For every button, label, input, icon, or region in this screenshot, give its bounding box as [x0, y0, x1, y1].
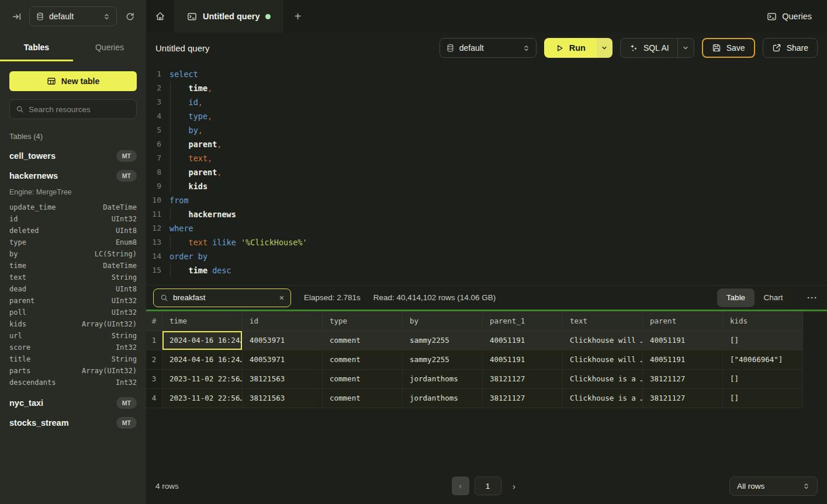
more-options-icon[interactable]: ···	[805, 293, 820, 303]
table-row: 42023-11-02 22:56…38121563commentjordant…	[146, 389, 827, 408]
results-search-input[interactable]	[173, 293, 275, 302]
column-header-kids[interactable]: kids	[723, 311, 803, 331]
tab-untitled-query[interactable]: Untitled query	[174, 0, 283, 33]
table-cell[interactable]: comment	[323, 350, 403, 370]
table-cell[interactable]: comment	[323, 331, 403, 350]
column-header-by[interactable]: by	[403, 311, 483, 331]
table-cell[interactable]: comment	[323, 389, 403, 408]
table-cell[interactable]: Clickhouse will …	[563, 350, 643, 370]
database-icon	[36, 12, 44, 21]
sidebar-table-cell-towers[interactable]: cell_towers MT	[9, 150, 137, 162]
line-number: 12	[146, 221, 169, 235]
engine-badge: MT	[116, 417, 137, 429]
new-table-button[interactable]: New table	[9, 71, 137, 91]
column-header-time[interactable]: time	[162, 311, 243, 331]
prev-page-button[interactable]: ‹	[452, 477, 469, 495]
table-cell[interactable]: 38121563	[243, 389, 323, 408]
new-tab-button[interactable]: +	[283, 0, 312, 33]
table-cell[interactable]: 40051191	[643, 350, 723, 370]
sidebar-table-stocks-stream[interactable]: stocks_stream MT	[9, 416, 137, 429]
share-button[interactable]: Share	[763, 38, 818, 58]
table-cell[interactable]: []	[723, 331, 803, 350]
table-cell[interactable]: comment	[323, 370, 403, 389]
results-toolbar: × Elapsed: 2.781s Read: 40,414,102 rows …	[146, 285, 827, 310]
column-type: UInt8	[116, 283, 137, 295]
table-cell[interactable]: Clickhouse is a …	[563, 370, 643, 389]
table-cell[interactable]: 2023-11-02 22:56…	[162, 370, 243, 389]
sidebar-table-nyc-taxi[interactable]: nyc_taxi MT	[9, 397, 137, 409]
column-header-type[interactable]: type	[323, 311, 403, 331]
chevron-down-icon	[601, 44, 608, 51]
table-cell[interactable]: 2024-04-16 16:24…	[162, 350, 243, 370]
table-cell[interactable]: jordanthoms	[403, 389, 483, 408]
table-cell[interactable]: 40051191	[643, 331, 723, 350]
table-cell[interactable]: 38121127	[483, 370, 563, 389]
code-lines: 1select2 time,3 id,4 type,5 by,6 parent,…	[146, 67, 827, 277]
line-number: 7	[146, 151, 169, 165]
sidebar-table-hackernews[interactable]: hackernews MT	[9, 169, 137, 182]
current-page[interactable]: 1	[475, 477, 501, 495]
table-cell[interactable]: []	[723, 389, 803, 408]
table-cell[interactable]: jordanthoms	[403, 370, 483, 389]
run-options-button[interactable]	[597, 38, 613, 58]
chevron-left-icon: ‹	[459, 481, 462, 491]
table-cell[interactable]: []	[723, 370, 803, 389]
sidebar-search	[9, 99, 137, 119]
column-header-id[interactable]: id	[243, 311, 323, 331]
code-text: time,	[169, 81, 212, 95]
table-cell[interactable]: 38121127	[643, 389, 723, 408]
next-page-button[interactable]: ›	[507, 477, 522, 495]
column-header-text[interactable]: text	[563, 311, 643, 331]
table-name: cell_towers	[9, 151, 56, 161]
table-cell[interactable]: Clickhouse is a …	[563, 389, 643, 408]
table-cell[interactable]: 2023-11-02 22:56…	[162, 389, 243, 408]
elapsed-stat: Elapsed: 2.781s	[304, 293, 361, 302]
column-header-parent[interactable]: parent	[643, 311, 723, 331]
database-selector[interactable]: default	[29, 6, 117, 26]
table-cell[interactable]: 40053971	[243, 331, 323, 350]
table-row: 12024-04-16 16:24…40053971commentsammy22…	[146, 331, 827, 350]
sidebar-body: Tables (4) cell_towers MT hackernews MT …	[0, 119, 146, 436]
table-cell[interactable]: 40051191	[483, 350, 563, 370]
column-header-parent_1[interactable]: parent_1	[483, 311, 563, 331]
table-cell[interactable]: 38121127	[483, 389, 563, 408]
table-cell[interactable]: 40053971	[243, 350, 323, 370]
sql-editor[interactable]: 1select2 time,3 id,4 type,5 by,6 parent,…	[146, 63, 827, 285]
save-button[interactable]: Save	[702, 38, 755, 58]
collapse-sidebar-button[interactable]	[8, 8, 25, 25]
page-size-selector[interactable]: All rows	[729, 477, 818, 496]
column-row: parentUInt32	[9, 295, 137, 307]
sidebar-tab-queries[interactable]: Queries	[73, 33, 146, 61]
code-text: where	[169, 221, 193, 235]
table-cell[interactable]: 38121127	[643, 370, 723, 389]
line-number: 3	[146, 95, 169, 109]
run-button[interactable]: Run	[544, 38, 597, 58]
code-line: 14order by	[146, 249, 827, 263]
clear-search-icon[interactable]: ×	[279, 294, 284, 302]
table-cell[interactable]: Clickhouse will …	[563, 331, 643, 350]
table-cell[interactable]: ["40066964"]	[723, 350, 803, 370]
engine-badge: MT	[116, 397, 137, 409]
queries-link[interactable]: Queries	[767, 0, 812, 33]
column-type: Enum8	[116, 237, 137, 248]
results-footer: 4 rows ‹ 1 › All rows	[146, 468, 827, 504]
table-cell[interactable]: sammy2255	[403, 350, 483, 370]
refresh-button[interactable]	[122, 8, 138, 25]
code-text: id,	[169, 95, 203, 109]
table-cell[interactable]: 40051191	[483, 331, 563, 350]
query-database-selector[interactable]: default	[440, 38, 537, 58]
column-name: parent	[9, 295, 34, 307]
home-button[interactable]	[146, 0, 174, 33]
share-label: Share	[787, 43, 808, 53]
table-cell[interactable]: sammy2255	[403, 331, 483, 350]
sidebar-search-input[interactable]	[29, 105, 130, 114]
view-toggle-table[interactable]: Table	[717, 289, 755, 307]
table-cell[interactable]: 2024-04-16 16:24…	[162, 331, 243, 350]
table-cell[interactable]: 38121563	[243, 370, 323, 389]
sidebar-tab-tables[interactable]: Tables	[0, 33, 73, 61]
sql-ai-options-button[interactable]	[677, 38, 694, 58]
grid-body: 12024-04-16 16:24…40053971commentsammy22…	[146, 331, 827, 408]
view-toggle-chart[interactable]: Chart	[755, 289, 792, 307]
save-icon	[712, 43, 721, 53]
sql-ai-button[interactable]: SQL AI	[621, 38, 677, 58]
